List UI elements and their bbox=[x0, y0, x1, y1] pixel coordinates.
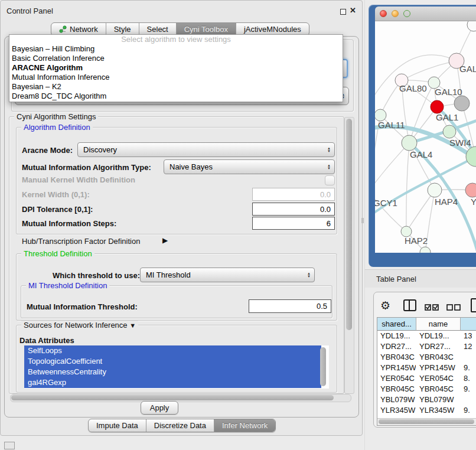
float-window-icon[interactable] bbox=[340, 9, 346, 15]
attributes-list-scrollbar-thumb[interactable] bbox=[320, 347, 326, 386]
popup-item-bayesian-hill-climbing[interactable]: Bayesian – Hill Climbing bbox=[9, 44, 343, 54]
table-panel-title: Table Panel bbox=[376, 275, 416, 283]
network-view-canvas[interactable]: GALGAL80GAL10GAL1GAL11SWI4GAL4GCY1HAP4YH… bbox=[375, 21, 476, 253]
list-item-gal4rgexp[interactable]: gal4RGexp bbox=[24, 377, 321, 388]
gear-icon[interactable]: ⚙ bbox=[380, 299, 390, 312]
popup-item-mutual-information[interactable]: Mutual Information Inference bbox=[9, 73, 343, 82]
network-edge[interactable] bbox=[375, 143, 409, 191]
network-node-swi4[interactable] bbox=[443, 125, 456, 138]
apply-button[interactable]: Apply bbox=[141, 401, 178, 415]
minimized-panel-icon[interactable] bbox=[4, 442, 15, 449]
column-header-shared-name[interactable]: shared... bbox=[377, 318, 416, 331]
mi-type-label: Mutual Information Algorithm Type: bbox=[22, 163, 151, 172]
close-traffic-light-icon[interactable] bbox=[380, 10, 387, 17]
table-row[interactable]: YDR27...YDR27...12 bbox=[377, 341, 476, 352]
tab-cyni-toolbox[interactable]: Cyni Toolbox bbox=[176, 23, 236, 35]
dpi-tolerance-field[interactable]: 0.0 bbox=[252, 203, 335, 216]
network-node-label: GAL1 bbox=[436, 112, 458, 122]
hub-expand-icon[interactable]: ▶ bbox=[162, 236, 168, 244]
tab-style[interactable]: Style bbox=[106, 23, 139, 35]
list-item-selfloops[interactable]: SelfLoops bbox=[24, 345, 321, 356]
mi-type-combo[interactable]: Naive Bayes ▲▼ bbox=[164, 159, 335, 174]
manual-kernel-label: Manual Kernel Width Definition bbox=[22, 175, 135, 184]
popup-item-bayesian-k2[interactable]: Bayesian – K2 bbox=[9, 82, 343, 92]
threshold-definition-title: Threshold Definition bbox=[21, 249, 94, 258]
network-node[interactable] bbox=[467, 21, 476, 31]
split-columns-icon[interactable] bbox=[403, 299, 416, 311]
table-row[interactable]: YBR045CYBR045C9. bbox=[377, 384, 476, 394]
mi-steps-field[interactable]: 6 bbox=[252, 217, 335, 230]
deselect-all-columns-icon[interactable] bbox=[446, 302, 461, 313]
select-all-columns-icon[interactable] bbox=[425, 302, 439, 313]
network-node-label: Y bbox=[471, 197, 476, 207]
tab-jactivemnodules[interactable]: jActiveMNodules bbox=[236, 23, 309, 35]
which-threshold-value: MI Threshold bbox=[146, 270, 191, 279]
network-node-label: GCY1 bbox=[375, 198, 397, 208]
tab-network[interactable]: Network bbox=[51, 23, 106, 35]
dpi-tolerance-label: DPI Tolerance [0,1]: bbox=[22, 205, 93, 214]
mi-threshold-group-title: MI Threshold Definition bbox=[26, 281, 109, 290]
export-table-icon[interactable] bbox=[471, 298, 476, 312]
algorithm-dropdown-popup: Select algorithm to view settings Bayesi… bbox=[9, 34, 343, 102]
combo-arrows-icon: ▲▼ bbox=[327, 164, 331, 170]
settings-hscrollbar-thumb[interactable] bbox=[11, 395, 334, 400]
aracne-mode-value: Discovery bbox=[83, 145, 117, 154]
popup-item-aracne[interactable]: ARACNE Algorithm bbox=[9, 63, 343, 73]
network-graph-icon bbox=[59, 25, 67, 33]
network-node-label: SWI4 bbox=[449, 138, 471, 148]
which-threshold-combo[interactable]: MI Threshold ▲▼ bbox=[140, 268, 315, 282]
list-item-betweennesscentrality[interactable]: BetweennessCentrality bbox=[24, 367, 321, 377]
hub-definition-label: Hub/Transcription Factor Definition bbox=[22, 237, 140, 246]
network-node-label: GAL bbox=[459, 64, 476, 74]
control-panel-window: Control Panel ✕ Network Style Select Cyn… bbox=[0, 0, 363, 436]
aracne-mode-label: Aracne Mode: bbox=[22, 146, 73, 155]
table-hscrollbar-thumb[interactable] bbox=[379, 419, 474, 424]
divider-handle[interactable] bbox=[361, 218, 364, 223]
network-node-y[interactable] bbox=[465, 183, 476, 197]
network-edge[interactable] bbox=[406, 143, 409, 231]
settings-scrollbar-thumb[interactable] bbox=[346, 119, 352, 330]
table-row[interactable]: YPR145WYPR145W9. bbox=[377, 363, 476, 373]
network-node-gal11[interactable] bbox=[375, 109, 386, 121]
aracne-mode-combo[interactable]: Discovery ▲▼ bbox=[77, 142, 335, 157]
network-edge[interactable] bbox=[402, 61, 457, 80]
tab-label: Network bbox=[70, 25, 98, 34]
panel-divider[interactable] bbox=[364, 0, 365, 450]
kernel-width-field[interactable]: 0.0 bbox=[252, 188, 335, 201]
zoom-traffic-light-icon[interactable] bbox=[403, 10, 410, 17]
mi-steps-label: Mutual Information Steps: bbox=[22, 219, 116, 228]
tab-infer-network[interactable]: Infer Network bbox=[214, 419, 275, 432]
minimize-traffic-light-icon[interactable] bbox=[392, 10, 399, 17]
network-edge[interactable] bbox=[406, 190, 435, 231]
table-row[interactable]: YER054CYER054C8. bbox=[377, 373, 476, 384]
table-row[interactable]: YLR345WYLR345W9. bbox=[377, 405, 476, 416]
popup-item-basic-correlation[interactable]: Basic Correlation Inference bbox=[9, 54, 343, 63]
network-canvas-svg: GALGAL80GAL10GAL1GAL11SWI4GAL4GCY1HAP4YH… bbox=[375, 21, 476, 253]
column-header-name[interactable]: name bbox=[416, 318, 461, 331]
list-item-topologicalcoefficient[interactable]: TopologicalCoefficient bbox=[24, 356, 321, 367]
table-row[interactable]: YDL19...YDL19...13 bbox=[377, 331, 476, 341]
algorithm-definition-title: Algorithm Definition bbox=[21, 123, 93, 132]
network-node-gal1[interactable] bbox=[431, 100, 444, 113]
sources-group-title: Sources for Network Inference ▼ bbox=[21, 321, 138, 330]
panel-title: Control Panel bbox=[6, 6, 53, 15]
tab-impute-data[interactable]: Impute Data bbox=[89, 419, 146, 432]
column-header-clipped[interactable] bbox=[461, 318, 476, 331]
mi-type-value: Naive Bayes bbox=[169, 162, 213, 171]
table-rows: YDL19...YDL19...13 YDR27...YDR27...12 YB… bbox=[377, 331, 476, 418]
popup-item-dream8[interactable]: Dream8 DC_TDC Algorithm bbox=[9, 92, 343, 101]
table-row[interactable]: YBR043CYBR043C bbox=[377, 352, 476, 363]
table-row[interactable]: YBL079WYBL079W bbox=[377, 394, 476, 405]
network-node-label: HAP4 bbox=[435, 197, 458, 207]
manual-kernel-checkbox[interactable] bbox=[325, 175, 335, 185]
tab-discretize-data[interactable]: Discretize Data bbox=[146, 419, 214, 432]
network-node-gal4[interactable] bbox=[402, 135, 417, 151]
network-node[interactable] bbox=[466, 146, 476, 167]
sources-collapse-icon[interactable]: ▼ bbox=[129, 322, 136, 329]
network-window-titlebar[interactable] bbox=[375, 6, 476, 21]
network-node-hap4[interactable] bbox=[428, 183, 442, 197]
close-icon[interactable]: ✕ bbox=[350, 6, 356, 15]
tab-select[interactable]: Select bbox=[139, 23, 176, 35]
network-node[interactable] bbox=[454, 96, 470, 111]
mi-threshold-field[interactable]: 0.5 bbox=[249, 299, 331, 313]
